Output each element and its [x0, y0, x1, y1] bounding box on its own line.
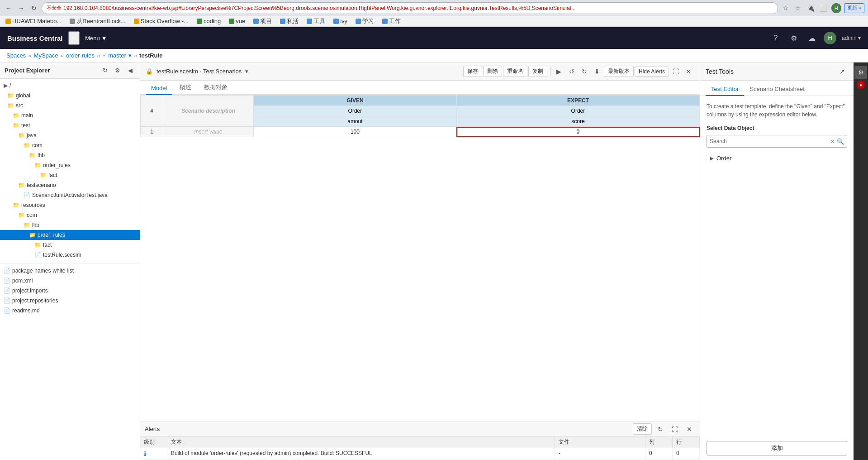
tree-item-lhb[interactable]: 📁 lhb [0, 150, 140, 160]
alerts-clear-button[interactable]: 清除 [633, 423, 652, 435]
search-box[interactable]: ✕ 🔍 [707, 135, 847, 148]
breadcrumb-myspace[interactable]: MySpace [34, 52, 58, 59]
tree-item-resources[interactable]: 📁 resources [0, 200, 140, 210]
file-readme[interactable]: 📄 readme.md [0, 306, 140, 316]
bookmark-work[interactable]: 工作 [380, 17, 403, 25]
folder-icon: 📁 [18, 182, 25, 188]
tree-item-com[interactable]: 📁 com [0, 140, 140, 150]
address-bar[interactable]: 不安全 192.168.0.104:8080/business-central/… [42, 2, 778, 14]
tree-item-order-rules-java[interactable]: 📁 order_rules [0, 160, 140, 170]
tab-data-obj[interactable]: 数据对象 [199, 81, 233, 95]
tab-model[interactable]: Model [146, 82, 172, 95]
back-button[interactable]: ← [4, 3, 14, 13]
bookmark-coding[interactable]: coding [195, 18, 223, 24]
bookmark-reentrant[interactable]: 从ReentrantLock... [68, 17, 127, 25]
file-package-names[interactable]: 📄 package-names-white-list [0, 266, 140, 276]
home-button[interactable]: ⌂ [68, 31, 80, 45]
undo-button[interactable]: ↺ [566, 66, 578, 77]
tree-label: com [32, 142, 43, 149]
breadcrumb-spaces[interactable]: Spaces [6, 52, 26, 59]
file-project-imports[interactable]: 📄 project.imports [0, 286, 140, 296]
far-right-icon-2[interactable]: ● [857, 81, 865, 89]
bookmark-tools[interactable]: 工具 [305, 17, 327, 25]
tree-item-order-rules-selected[interactable]: 📁 order_rules [0, 230, 140, 240]
save-button[interactable]: 保存 [463, 66, 482, 77]
tree-item-java[interactable]: 📁 java [0, 130, 140, 140]
breadcrumb-branch[interactable]: master [108, 52, 126, 59]
copy-button[interactable]: 复制 [528, 66, 547, 77]
settings-button[interactable]: ⚙ [787, 32, 800, 44]
bookmark-project[interactable]: 项目 [251, 17, 274, 25]
bookmark-private[interactable]: 私活 [278, 17, 300, 25]
bookmark-huawei[interactable]: HUAWEI Matebo... [4, 18, 63, 24]
redo-button[interactable]: ↻ [579, 66, 590, 77]
explorer-settings-button[interactable]: ⚙ [113, 66, 123, 76]
far-right-icon-1[interactable]: ⚙ [854, 66, 867, 79]
tab-desc[interactable]: 概述 [174, 81, 197, 95]
file-pom[interactable]: 📄 pom.xml [0, 276, 140, 286]
tree-label: testRule.scesim [43, 252, 81, 258]
search-input[interactable] [710, 138, 830, 144]
bookmark-stackoverflow[interactable]: Stack Overflow -... [132, 18, 190, 24]
tree-label: global [16, 92, 30, 99]
tree-item-com-resources[interactable]: 📁 com [0, 210, 140, 220]
bookmark-star[interactable]: ☆ [781, 3, 791, 13]
explorer-collapse-button[interactable]: ◀ [125, 66, 135, 76]
file-project-repos[interactable]: 📄 project.repositories [0, 296, 140, 306]
tree-label: testscenario [27, 182, 56, 188]
help-button[interactable]: ? [769, 32, 782, 44]
latest-version-button[interactable]: 最新版本 [604, 66, 634, 77]
tree-item-fact-java[interactable]: 📁 fact [0, 170, 140, 180]
bookmark-label: ivy [340, 18, 347, 24]
col-hdr-file: 文件 [555, 436, 645, 448]
download-button[interactable]: ⬇ [591, 66, 603, 77]
tree-item-src[interactable]: 📁 src [0, 101, 140, 110]
bookmark-study[interactable]: 学习 [354, 17, 376, 25]
expand-editor-button[interactable]: ⛶ [670, 66, 682, 77]
tree-item-scenario-junit[interactable]: 📄 ScenarioJunitActivatorTest.java [0, 190, 140, 200]
collections-button[interactable]: ☆ [793, 3, 803, 13]
bookmark-vue[interactable]: vue [227, 18, 247, 24]
tree-item-global[interactable]: 📁 global [0, 91, 140, 101]
tree-item-fact-resources[interactable]: 📁 fact [0, 240, 140, 250]
alerts-expand-button[interactable]: ⛶ [669, 423, 681, 435]
tree-item-testrule-scesim[interactable]: 📄 testRule.scesim [0, 250, 140, 260]
user-profile-button[interactable]: H [831, 3, 841, 13]
tab-test-editor[interactable]: Test Editor [706, 83, 744, 96]
tree-item-lhb-resources[interactable]: 📁 lhb [0, 220, 140, 230]
tree-item-test[interactable]: 📁 test [0, 120, 140, 130]
bookmark-ivy[interactable]: ivy [332, 18, 349, 24]
tab-scenario-cheatsheet[interactable]: Scenario Cheatsheet [744, 83, 810, 96]
tree-item-main[interactable]: 📁 main [0, 110, 140, 120]
forward-button[interactable]: → [16, 3, 26, 13]
cloud-button[interactable]: ☁ [806, 32, 818, 44]
breadcrumb-order-rules[interactable]: order-rules [66, 52, 95, 59]
alerts-refresh-button[interactable]: ↻ [655, 423, 666, 435]
admin-menu[interactable]: admin ▾ [842, 35, 861, 41]
bookmark-label: coding [204, 18, 221, 24]
update-button[interactable]: 更新 » [844, 3, 864, 13]
tree-item-testscenario[interactable]: 📁 testscenario [0, 180, 140, 190]
delete-button[interactable]: 删除 [483, 66, 502, 77]
cell-given-amout[interactable]: 100 [254, 127, 457, 137]
right-panel-expand-button[interactable]: ↗ [836, 66, 848, 77]
rename-button[interactable]: 重命名 [503, 66, 527, 77]
menu-button[interactable]: Menu ▼ [85, 35, 107, 42]
reload-button[interactable]: ↻ [29, 3, 39, 13]
search-go-icon[interactable]: 🔍 [837, 138, 844, 145]
row-desc[interactable]: Insert value [163, 127, 254, 137]
tree-item-root[interactable]: ▶ / [0, 81, 140, 91]
explorer-refresh-button[interactable]: ↻ [100, 66, 110, 76]
app-button[interactable]: ⬜ [819, 3, 829, 13]
alerts-close-button[interactable]: ✕ [683, 423, 695, 435]
run-button[interactable]: ▶ [553, 66, 565, 77]
alerts-column-headers: 级别 文本 文件 列 行 [140, 436, 700, 448]
close-editor-button[interactable]: ✕ [683, 66, 694, 77]
hide-alerts-button[interactable]: Hide Alerts [635, 67, 669, 77]
cell-expect-score[interactable]: 0 [456, 127, 699, 137]
search-clear-icon[interactable]: ✕ [830, 138, 835, 145]
file-dropdown-icon[interactable]: ▾ [245, 68, 248, 75]
data-object-order[interactable]: ▶ Order [707, 152, 847, 164]
add-button[interactable]: 添加 [707, 441, 847, 455]
extensions-button[interactable]: 🔌 [806, 3, 816, 13]
